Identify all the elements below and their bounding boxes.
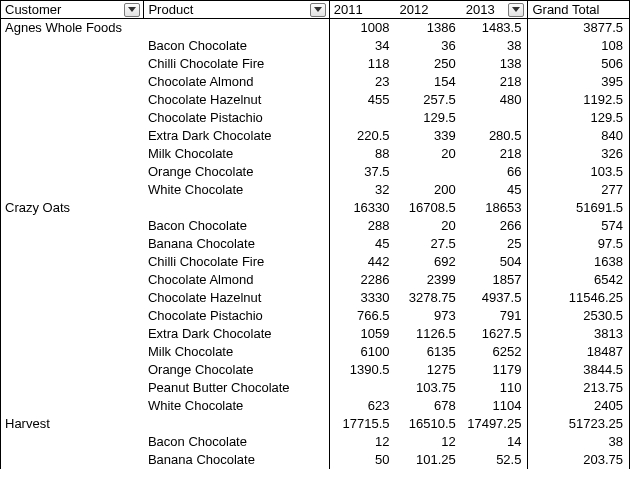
value-cell: 1059 xyxy=(329,325,395,343)
customer-cell xyxy=(1,127,144,145)
table-row: White Chocolate3220045277 xyxy=(1,181,630,199)
dropdown-icon[interactable] xyxy=(508,3,524,17)
value-cell: 18653 xyxy=(462,199,528,217)
value-cell: 23 xyxy=(329,73,395,91)
product-cell[interactable]: Milk Chocolate xyxy=(144,145,329,163)
svg-marker-2 xyxy=(512,7,520,12)
value-cell: 25 xyxy=(462,235,528,253)
value-cell: 250 xyxy=(396,55,462,73)
value-cell: 678 xyxy=(396,397,462,415)
table-row: Banana Chocolate50101.2552.5203.75 xyxy=(1,451,630,469)
grand-total-cell: 395 xyxy=(528,73,630,91)
product-cell[interactable]: Chilli Chocolate Fire xyxy=(144,253,329,271)
grand-total-cell: 97.5 xyxy=(528,235,630,253)
product-cell[interactable]: Banana Chocolate xyxy=(144,451,329,469)
value-cell: 200 xyxy=(396,181,462,199)
group-subtotal-row: Agnes Whole Foods100813861483.53877.5 xyxy=(1,19,630,37)
product-cell[interactable]: Milk Chocolate xyxy=(144,343,329,361)
table-row: Chocolate Pistachio129.5129.5 xyxy=(1,109,630,127)
table-row: Extra Dark Chocolate10591126.51627.53813 xyxy=(1,325,630,343)
header-2013-label: 2013 xyxy=(466,2,495,17)
value-cell xyxy=(329,379,395,397)
customer-cell xyxy=(1,37,144,55)
product-cell[interactable]: White Chocolate xyxy=(144,397,329,415)
value-cell: 4937.5 xyxy=(462,289,528,307)
grand-total-cell: 506 xyxy=(528,55,630,73)
header-customer-label: Customer xyxy=(5,2,61,17)
table-row: Chilli Chocolate Fire118250138506 xyxy=(1,55,630,73)
product-cell[interactable]: Bacon Chocolate xyxy=(144,37,329,55)
value-cell: 17715.5 xyxy=(329,415,395,433)
product-cell[interactable]: Chocolate Almond xyxy=(144,73,329,91)
value-cell: 504 xyxy=(462,253,528,271)
value-cell: 257.5 xyxy=(396,91,462,109)
value-cell: 1627.5 xyxy=(462,325,528,343)
header-2013[interactable]: 2013 xyxy=(462,1,528,19)
value-cell: 6135 xyxy=(396,343,462,361)
table-row: Extra Dark Chocolate220.5339280.5840 xyxy=(1,127,630,145)
dropdown-icon[interactable] xyxy=(310,3,326,17)
product-cell[interactable]: Bacon Chocolate xyxy=(144,217,329,235)
value-cell: 1483.5 xyxy=(462,19,528,37)
product-cell[interactable]: White Chocolate xyxy=(144,181,329,199)
product-cell[interactable]: Orange Chocolate xyxy=(144,361,329,379)
table-row: Chocolate Pistachio766.59737912530.5 xyxy=(1,307,630,325)
table-row: Milk Chocolate8820218326 xyxy=(1,145,630,163)
value-cell: 480 xyxy=(462,91,528,109)
product-cell[interactable]: Chocolate Hazelnut xyxy=(144,289,329,307)
table-row: Chilli Chocolate Fire4426925041638 xyxy=(1,253,630,271)
product-cell[interactable]: Chocolate Pistachio xyxy=(144,307,329,325)
grand-total-cell: 129.5 xyxy=(528,109,630,127)
value-cell: 34 xyxy=(329,37,395,55)
header-grand-total[interactable]: Grand Total xyxy=(528,1,630,19)
customer-cell[interactable]: Crazy Oats xyxy=(1,199,144,217)
value-cell: 12 xyxy=(396,433,462,451)
value-cell: 45 xyxy=(329,235,395,253)
table-row: Chocolate Hazelnut33303278.754937.511546… xyxy=(1,289,630,307)
product-cell[interactable]: Chocolate Hazelnut xyxy=(144,91,329,109)
product-cell[interactable]: Peanut Butter Chocolate xyxy=(144,379,329,397)
product-cell[interactable]: Orange Chocolate xyxy=(144,163,329,181)
product-cell[interactable]: Extra Dark Chocolate xyxy=(144,325,329,343)
table-row: Orange Chocolate37.566103.5 xyxy=(1,163,630,181)
grand-total-cell: 1638 xyxy=(528,253,630,271)
value-cell: 154 xyxy=(396,73,462,91)
dropdown-icon[interactable] xyxy=(124,3,140,17)
value-cell: 220.5 xyxy=(329,127,395,145)
table-row: Chocolate Hazelnut455257.54801192.5 xyxy=(1,91,630,109)
table-row: Bacon Chocolate12121438 xyxy=(1,433,630,451)
product-cell[interactable]: Bacon Chocolate xyxy=(144,433,329,451)
customer-cell xyxy=(1,145,144,163)
customer-cell xyxy=(1,217,144,235)
customer-cell xyxy=(1,73,144,91)
value-cell: 32 xyxy=(329,181,395,199)
product-cell[interactable]: Chocolate Pistachio xyxy=(144,109,329,127)
customer-cell xyxy=(1,91,144,109)
value-cell: 66 xyxy=(462,163,528,181)
header-2012-label: 2012 xyxy=(400,2,429,17)
value-cell: 103.75 xyxy=(396,379,462,397)
value-cell: 16330 xyxy=(329,199,395,217)
header-product[interactable]: Product xyxy=(144,1,329,19)
product-cell[interactable]: Banana Chocolate xyxy=(144,235,329,253)
customer-cell xyxy=(1,397,144,415)
customer-cell[interactable]: Agnes Whole Foods xyxy=(1,19,144,37)
customer-cell[interactable]: Harvest xyxy=(1,415,144,433)
table-row: Bacon Chocolate28820266574 xyxy=(1,217,630,235)
product-cell[interactable]: Chilli Chocolate Fire xyxy=(144,55,329,73)
header-customer[interactable]: Customer xyxy=(1,1,144,19)
value-cell: 138 xyxy=(462,55,528,73)
table-row: Peanut Butter Chocolate103.75110213.75 xyxy=(1,379,630,397)
grand-total-cell: 2405 xyxy=(528,397,630,415)
header-2011[interactable]: 2011 xyxy=(329,1,395,19)
value-cell: 38 xyxy=(462,37,528,55)
product-cell[interactable]: Chocolate Almond xyxy=(144,271,329,289)
customer-cell xyxy=(1,379,144,397)
header-2012[interactable]: 2012 xyxy=(396,1,462,19)
product-cell[interactable]: Extra Dark Chocolate xyxy=(144,127,329,145)
value-cell: 1126.5 xyxy=(396,325,462,343)
customer-cell xyxy=(1,109,144,127)
grand-total-cell: 840 xyxy=(528,127,630,145)
group-subtotal-row: Crazy Oats1633016708.51865351691.5 xyxy=(1,199,630,217)
grand-total-cell: 18487 xyxy=(528,343,630,361)
